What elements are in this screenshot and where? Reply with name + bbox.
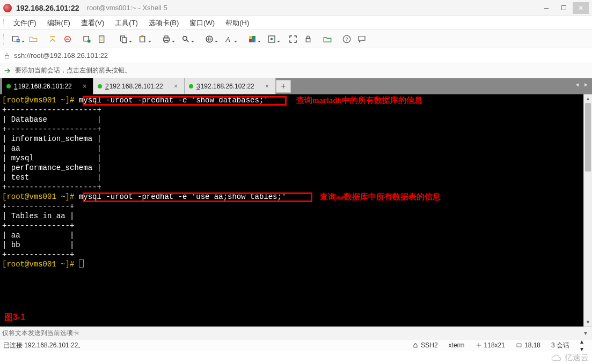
scroll-up-button[interactable]: ▲: [584, 94, 592, 103]
svg-rect-28: [517, 344, 521, 347]
new-tab-button[interactable]: +: [276, 80, 291, 93]
connect-button[interactable]: [46, 32, 60, 46]
menu-file[interactable]: 文件(F): [8, 17, 42, 29]
script-button[interactable]: [262, 32, 281, 46]
svg-text:?: ?: [345, 36, 348, 42]
status-led-icon: [189, 84, 193, 88]
menu-view[interactable]: 查看(V): [76, 17, 109, 29]
menu-window[interactable]: 窗口(W): [184, 17, 220, 29]
close-button[interactable]: ✕: [573, 2, 589, 14]
tab-close-button[interactable]: ×: [172, 83, 180, 90]
menu-bar: 文件(F) 编辑(E) 查看(V) 工具(T) 选项卡(B) 窗口(W) 帮助(…: [0, 16, 592, 30]
disconnect-button[interactable]: [61, 32, 75, 46]
status-cursor: 18,18: [510, 341, 546, 349]
tab-label: 192.168.26.101:22: [109, 83, 163, 90]
figure-label: 图3-1: [4, 312, 25, 323]
menu-tools[interactable]: 工具(T): [109, 17, 143, 29]
tab-close-button[interactable]: ×: [81, 83, 89, 90]
tab-hotkey: 1: [14, 83, 18, 90]
svg-point-14: [183, 36, 187, 40]
address-bar[interactable]: ssh://root@192.168.26.101:22: [0, 48, 592, 63]
svg-rect-13: [165, 40, 168, 42]
xftp-button[interactable]: [320, 32, 334, 46]
color-scheme-button[interactable]: [243, 32, 261, 46]
session-tab-1[interactable]: 1 192.168.26.101:22 ×: [2, 78, 93, 94]
svg-rect-9: [140, 36, 145, 42]
status-led-icon: [6, 84, 11, 88]
properties-button[interactable]: [95, 32, 109, 46]
find-button[interactable]: [177, 32, 195, 46]
status-bar: 已连接 192.168.26.101:22。 SSH2 xterm 118x21…: [0, 339, 592, 351]
status-connection: 已连接 192.168.26.101:22。: [3, 341, 84, 350]
menu-tabs[interactable]: 选项卡(B): [143, 17, 184, 29]
terminal-pane[interactable]: [root@vms001 ~]# mysql -uroot -predhat -…: [0, 94, 592, 326]
info-bar: 要添加当前会话，点击左侧的箭头按钮。: [0, 63, 592, 78]
cursor-pos-icon: [516, 342, 522, 348]
help-button[interactable]: ?: [340, 32, 354, 46]
fullscreen-button[interactable]: [286, 32, 300, 46]
svg-rect-23: [306, 38, 310, 42]
session-tab-2[interactable]: 2 192.168.26.101:22 ×: [93, 78, 185, 94]
add-session-arrow-icon[interactable]: [3, 66, 12, 75]
svg-rect-26: [5, 55, 9, 58]
app-logo-icon: [3, 4, 12, 12]
svg-rect-12: [165, 36, 168, 38]
cloud-icon: [551, 354, 564, 362]
tab-label: 192.168.26.101:22: [18, 83, 72, 90]
grip-icon: [3, 19, 6, 27]
paste-button[interactable]: [134, 32, 152, 46]
lock-icon: [3, 52, 11, 60]
status-size: 118x21: [470, 341, 510, 349]
reconnect-button[interactable]: [80, 32, 94, 46]
tab-label: 192.168.26.102:22: [201, 83, 254, 90]
compose-bar: ▾: [0, 326, 592, 339]
svg-point-5: [87, 39, 91, 42]
svg-text:+: +: [17, 39, 19, 42]
session-tabs: 1 192.168.26.101:22 × 2 192.168.26.101:2…: [0, 78, 592, 94]
toolbar: + A ?: [0, 30, 592, 48]
terminal-scrollbar[interactable]: ▲ ▼: [583, 94, 592, 326]
status-menu[interactable]: ▴▾: [575, 338, 589, 353]
status-sessions: 3 会话: [546, 341, 575, 350]
svg-point-22: [271, 38, 273, 40]
compose-target-dropdown[interactable]: ▾: [581, 329, 590, 337]
status-led-icon: [98, 84, 102, 88]
minimize-button[interactable]: ─: [538, 2, 554, 14]
tab-close-button[interactable]: ×: [263, 83, 271, 90]
svg-rect-19: [249, 39, 252, 42]
svg-text:A: A: [225, 35, 230, 43]
feedback-button[interactable]: [355, 32, 369, 46]
lock-icon: [412, 342, 419, 348]
svg-rect-20: [252, 39, 255, 42]
copy-button[interactable]: [114, 32, 133, 46]
title-ip: 192.168.26.101:22: [16, 4, 79, 12]
transparency-button[interactable]: [301, 32, 315, 46]
encoding-button[interactable]: [200, 32, 218, 46]
font-button[interactable]: A: [220, 32, 238, 46]
title-subtitle: root@vms001:~ - Xshell 5: [87, 4, 167, 12]
scroll-down-button[interactable]: ▼: [584, 318, 592, 326]
grip-icon: [3, 34, 6, 44]
svg-rect-17: [249, 36, 252, 39]
size-icon: [476, 342, 482, 348]
title-bar: 192.168.26.101:22 root@vms001:~ - Xshell…: [0, 0, 592, 16]
watermark-text: 亿速云: [565, 353, 589, 363]
new-session-button[interactable]: +: [7, 32, 25, 46]
tab-nav-arrows[interactable]: ◄ ►: [574, 81, 590, 87]
session-tab-3[interactable]: 3 192.168.26.102:22 ×: [185, 78, 276, 94]
terminal-output[interactable]: [root@vms001 ~]# mysql -uroot -predhat -…: [0, 94, 592, 326]
address-text: ssh://root@192.168.26.101:22: [14, 51, 108, 60]
tab-hotkey: 3: [196, 83, 200, 90]
watermark: 亿速云: [551, 353, 589, 363]
menu-edit[interactable]: 编辑(E): [42, 17, 76, 29]
open-button[interactable]: [26, 32, 40, 46]
maximize-button[interactable]: ☐: [556, 2, 572, 14]
menu-help[interactable]: 帮助(H): [220, 17, 254, 29]
print-button[interactable]: [157, 32, 176, 46]
tab-hotkey: 2: [105, 83, 109, 90]
svg-rect-8: [122, 38, 127, 43]
compose-input[interactable]: [2, 329, 581, 337]
info-text: 要添加当前会话，点击左侧的箭头按钮。: [15, 66, 131, 75]
scroll-thumb[interactable]: [585, 103, 591, 172]
svg-rect-10: [141, 35, 144, 37]
